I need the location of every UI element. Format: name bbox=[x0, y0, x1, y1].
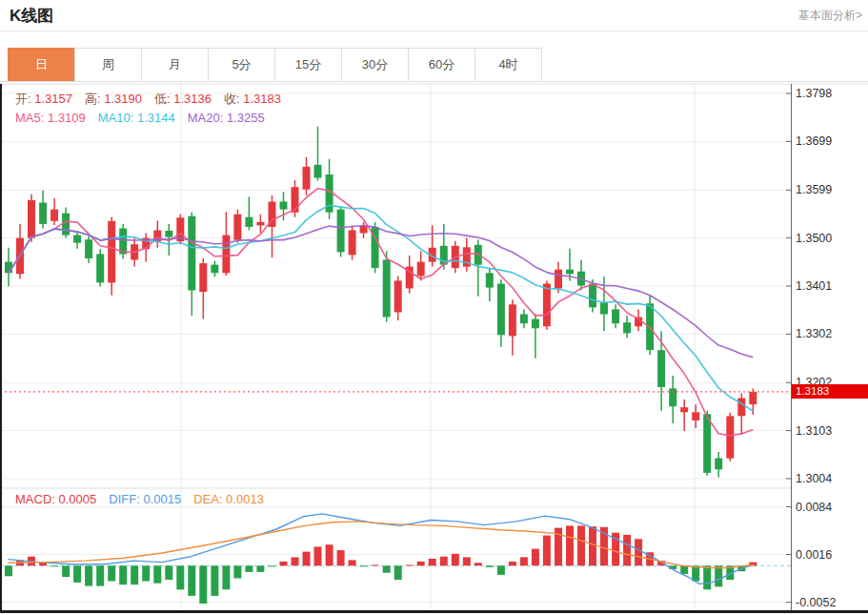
ohlc-legend: 开: 1.3157高: 1.3190低: 1.3136收: 1.3183 bbox=[15, 91, 293, 108]
legend-item: DIFF: 0.0015 bbox=[109, 492, 181, 506]
legend-item: MA20: 1.3255 bbox=[188, 111, 265, 125]
legend-item: MA5: 1.3109 bbox=[15, 111, 86, 125]
price-axis-label: 1.3401 bbox=[796, 279, 864, 293]
kline-app: K线图 基本面分析> 日周月5分15分30分60分4时 开: 1.3157高: … bbox=[0, 0, 868, 615]
legend-item: 开: 1.3157 bbox=[15, 92, 72, 106]
ma5-line bbox=[9, 189, 753, 436]
ma-legend: MA5: 1.3109MA10: 1.3144MA20: 1.3255 bbox=[15, 111, 277, 125]
current-price-badge: 1.3183 bbox=[792, 384, 868, 399]
price-axis-label: 1.3798 bbox=[796, 87, 864, 100]
price-axis-label: 1.3500 bbox=[796, 232, 864, 245]
chart-bottom-border bbox=[0, 610, 868, 613]
macd-histogram bbox=[5, 525, 757, 604]
price-axis-label: 1.3004 bbox=[796, 472, 864, 485]
legend-item: MA10: 1.3144 bbox=[98, 111, 175, 125]
price-axis-label: 1.3103 bbox=[796, 424, 864, 438]
price-axis-label: 1.3599 bbox=[796, 183, 864, 196]
gridlines bbox=[0, 84, 791, 610]
candles-layer bbox=[5, 127, 757, 478]
macd-axis-label: -0.0052 bbox=[796, 596, 864, 609]
price-axis-label: 1.3302 bbox=[796, 327, 864, 340]
y-axis bbox=[786, 84, 792, 613]
macd-axis-label: 0.0084 bbox=[796, 501, 864, 514]
macd-axis-label: 0.0016 bbox=[796, 548, 864, 562]
legend-item: MACD: 0.0005 bbox=[15, 492, 96, 506]
legend-item: 低: 1.3136 bbox=[154, 92, 212, 106]
legend-item: 收: 1.3183 bbox=[224, 92, 281, 106]
macd-legend: MACD: 0.0005DIFF: 0.0015DEA: 0.0013 bbox=[15, 492, 276, 506]
price-axis-label: 1.3699 bbox=[796, 134, 864, 148]
legend-item: 高: 1.3190 bbox=[85, 92, 142, 106]
legend-item: DEA: 0.0013 bbox=[193, 492, 264, 506]
chart-left-border bbox=[0, 84, 2, 611]
